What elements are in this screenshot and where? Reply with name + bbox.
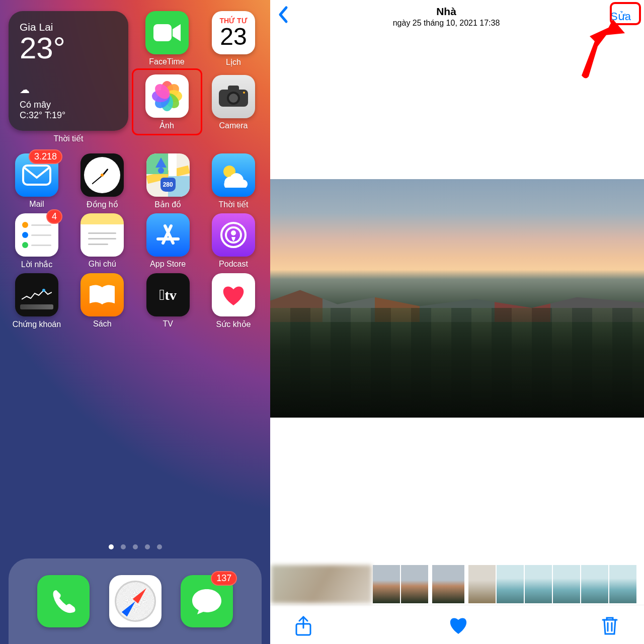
bottom-toolbar (270, 605, 644, 644)
stocks-label: Chứng khoán (13, 319, 61, 329)
navbar: Nhà ngày 25 tháng 10, 2021 17:38 Sửa (270, 0, 644, 33)
thumbnail[interactable] (525, 565, 552, 603)
thumbnail[interactable] (609, 565, 636, 603)
reminders-badge: 4 (46, 209, 62, 224)
mail-badge: 3.218 (29, 149, 62, 164)
cloud-icon: ☁︎ (20, 79, 117, 100)
svg-point-10 (231, 230, 236, 235)
edit-button[interactable]: Sửa (604, 7, 637, 26)
facetime-app[interactable] (145, 11, 189, 54)
thumbnail[interactable] (581, 565, 608, 603)
svg-rect-2 (228, 86, 239, 92)
delete-button[interactable] (602, 616, 620, 634)
svg-rect-6 (23, 166, 50, 185)
mail-label: Mail (29, 200, 44, 209)
books-label: Sách (93, 319, 111, 329)
podcast-app[interactable] (212, 213, 255, 257)
svg-point-4 (229, 94, 238, 103)
thumbnail[interactable] (497, 565, 524, 603)
weather-temp: 23° (20, 33, 117, 63)
favorite-button[interactable] (448, 616, 466, 634)
thumbnail-strip[interactable] (270, 564, 644, 605)
photos-app[interactable] (145, 74, 189, 118)
dock: 137 (9, 558, 262, 644)
thumbnail-selected[interactable] (432, 565, 464, 603)
notes-label: Ghi chú (89, 260, 116, 269)
main-photo[interactable] (270, 179, 644, 418)
thumbnail[interactable] (468, 565, 496, 603)
svg-point-11 (42, 289, 45, 292)
ios-home-screen: Gia Lai 23° ☁︎ Có mây C:32° T:19° Thời t… (0, 0, 270, 644)
calendar-daynum: 23 (220, 25, 247, 49)
notes-app[interactable] (80, 213, 124, 257)
appstore-label: App Store (150, 260, 186, 269)
photo-datetime: ngày 25 tháng 10, 2021 17:38 (393, 18, 500, 28)
clock-app[interactable] (80, 153, 124, 197)
camera-label: Camera (219, 121, 248, 130)
location-arrow-icon (155, 157, 167, 168)
reminders-app[interactable]: 4 (15, 213, 58, 257)
thumbnail[interactable] (373, 565, 400, 603)
reminders-label: Lời nhắc (21, 260, 53, 269)
health-app[interactable] (212, 273, 255, 316)
stocks-app[interactable] (15, 273, 58, 316)
maps-route-number: 280 (160, 178, 176, 192)
thumbnail[interactable] (401, 565, 428, 603)
share-button[interactable] (294, 616, 312, 634)
calendar-label: Lịch (226, 57, 241, 67)
weather-widget-label: Thời tiết (53, 134, 83, 143)
svg-rect-0 (153, 24, 172, 41)
svg-point-5 (243, 92, 245, 94)
back-button[interactable] (277, 6, 288, 28)
books-app[interactable] (80, 273, 124, 316)
maps-label: Bản đồ (154, 200, 181, 209)
maps-app[interactable]: 280 (146, 153, 190, 197)
messages-badge: 137 (211, 571, 237, 586)
thumbnail[interactable] (271, 565, 372, 603)
appstore-app[interactable] (146, 213, 190, 257)
podcast-label: Podcast (219, 260, 248, 269)
weather-condition: Có mây (20, 100, 117, 110)
mail-app[interactable]: 3.218 (15, 153, 58, 197)
weather-app[interactable] (212, 153, 255, 197)
weather-widget[interactable]: Gia Lai 23° ☁︎ Có mây C:32° T:19° (9, 11, 128, 131)
tv-label: TV (163, 319, 173, 329)
thumbnail[interactable] (553, 565, 580, 603)
weather-range: C:32° T:19° (20, 110, 117, 121)
facetime-label: FaceTime (149, 57, 185, 66)
safari-app[interactable] (109, 575, 162, 627)
phone-app[interactable] (37, 575, 90, 627)
photo-title: Nhà (393, 5, 500, 18)
camera-app[interactable] (212, 75, 255, 118)
photos-detail-view: Nhà ngày 25 tháng 10, 2021 17:38 Sửa (270, 0, 644, 644)
page-indicator[interactable] (9, 544, 262, 549)
calendar-app[interactable]: THỨ TƯ 23 (212, 11, 255, 54)
tv-glyph: tv (165, 287, 176, 303)
tv-app[interactable]: tv (146, 273, 190, 316)
weather-app-label: Thời tiết (218, 200, 248, 209)
clock-label: Đồng hồ (87, 200, 118, 209)
messages-app[interactable]: 137 (181, 575, 233, 627)
health-label: Sức khỏe (216, 319, 251, 329)
photos-label: Ảnh (159, 121, 174, 130)
